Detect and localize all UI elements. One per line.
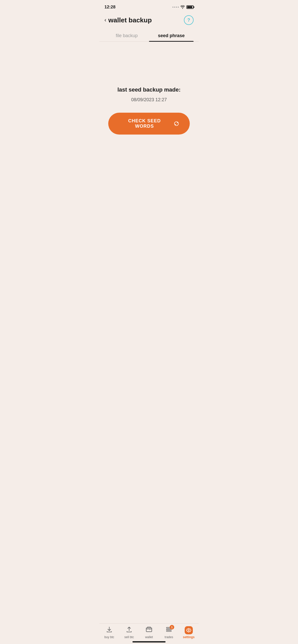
- page-title: wallet backup: [108, 16, 152, 24]
- battery-icon: [186, 5, 194, 9]
- back-button[interactable]: ‹: [104, 17, 106, 23]
- tab-seed-phrase[interactable]: seed phrase: [149, 30, 194, 41]
- help-icon: ?: [187, 18, 190, 23]
- check-seed-words-button[interactable]: CHECK SEED WORDS: [108, 113, 190, 135]
- header-left: ‹ wallet backup: [104, 16, 152, 24]
- tab-file-backup[interactable]: file backup: [104, 30, 149, 41]
- header: ‹ wallet backup ?: [99, 13, 199, 30]
- status-icons: [172, 5, 194, 9]
- signal-icon: [172, 7, 179, 8]
- main-content: last seed backup made: 08/09/2023 12:27 …: [99, 47, 199, 174]
- refresh-icon: [173, 121, 180, 127]
- status-bar: 12:28: [99, 0, 199, 13]
- wifi-icon: [180, 5, 185, 9]
- backup-label: last seed backup made:: [117, 86, 181, 94]
- help-button[interactable]: ?: [184, 15, 194, 25]
- backup-info: last seed backup made: 08/09/2023 12:27: [117, 86, 181, 103]
- backup-date: 08/09/2023 12:27: [117, 97, 181, 103]
- status-time: 12:28: [104, 5, 115, 10]
- check-seed-label: CHECK SEED WORDS: [118, 118, 170, 129]
- tabs-container: file backup seed phrase: [99, 30, 199, 42]
